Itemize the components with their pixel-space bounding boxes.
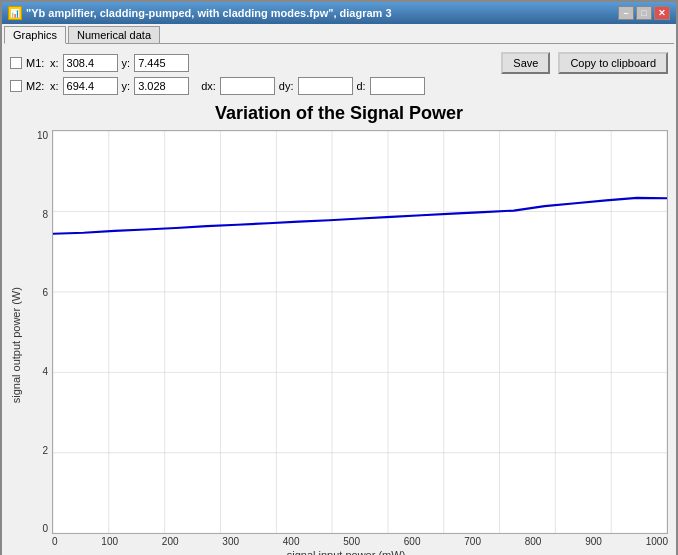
x-tick-300: 300 bbox=[222, 536, 239, 547]
copy-to-clipboard-button[interactable]: Copy to clipboard bbox=[558, 52, 668, 74]
x-tick-400: 400 bbox=[283, 536, 300, 547]
x-tick-800: 800 bbox=[525, 536, 542, 547]
marker1-label: M1: bbox=[26, 57, 46, 69]
y-tick-6: 6 bbox=[24, 287, 48, 298]
marker2-y-label: y: bbox=[122, 80, 131, 92]
chart-area: Variation of the Signal Power signal out… bbox=[4, 99, 674, 555]
window-content: Graphics Numerical data M1: x: y: Save C… bbox=[2, 24, 676, 555]
dy-input[interactable] bbox=[298, 77, 353, 95]
action-buttons: Save Copy to clipboard bbox=[501, 52, 668, 74]
y-tick-8: 8 bbox=[24, 209, 48, 220]
chart-wrapper: signal output power (W) 0 2 4 6 8 10 bbox=[10, 130, 668, 555]
title-bar-left: 📊 "Yb amplifier, cladding-pumped, with c… bbox=[8, 6, 392, 20]
y-tick-10: 10 bbox=[24, 130, 48, 141]
x-tick-600: 600 bbox=[404, 536, 421, 547]
marker1-y-label: y: bbox=[122, 57, 131, 69]
y-axis-label: signal output power (W) bbox=[10, 130, 22, 555]
x-tick-100: 100 bbox=[101, 536, 118, 547]
marker2-label: M2: bbox=[26, 80, 46, 92]
marker1-group: M1: x: y: bbox=[10, 54, 189, 72]
marker2-x-label: x: bbox=[50, 80, 59, 92]
x-ticks-container: 0 100 200 300 400 500 600 700 800 900 10… bbox=[24, 536, 668, 547]
signal-curve bbox=[53, 198, 667, 234]
marker2-y-input[interactable] bbox=[134, 77, 189, 95]
delta-group: dx: dy: d: bbox=[201, 77, 425, 95]
close-button[interactable]: ✕ bbox=[654, 6, 670, 20]
marker1-x-label: x: bbox=[50, 57, 59, 69]
x-tick-700: 700 bbox=[464, 536, 481, 547]
x-tick-500: 500 bbox=[343, 536, 360, 547]
x-tick-0: 0 bbox=[52, 536, 58, 547]
y-tick-2: 2 bbox=[24, 445, 48, 456]
y-tick-4: 4 bbox=[24, 366, 48, 377]
x-axis-label: signal input power (mW) bbox=[24, 549, 668, 555]
x-tick-200: 200 bbox=[162, 536, 179, 547]
dx-label: dx: bbox=[201, 80, 216, 92]
marker1-x-input[interactable] bbox=[63, 54, 118, 72]
d-label: d: bbox=[357, 80, 366, 92]
controls-row2: M2: x: y: dx: dy: d: bbox=[10, 77, 668, 95]
dx-input[interactable] bbox=[220, 77, 275, 95]
marker2-checkbox[interactable] bbox=[10, 80, 22, 92]
chart-plot bbox=[52, 130, 668, 534]
marker1-y-input[interactable] bbox=[134, 54, 189, 72]
window-controls: – □ ✕ bbox=[618, 6, 670, 20]
x-tick-900: 900 bbox=[585, 536, 602, 547]
title-bar: 📊 "Yb amplifier, cladding-pumped, with c… bbox=[2, 2, 676, 24]
dy-label: dy: bbox=[279, 80, 294, 92]
marker1-checkbox[interactable] bbox=[10, 57, 22, 69]
save-button[interactable]: Save bbox=[501, 52, 550, 74]
chart-inner: 0 2 4 6 8 10 bbox=[24, 130, 668, 555]
x-tick-1000: 1000 bbox=[646, 536, 668, 547]
main-window: 📊 "Yb amplifier, cladding-pumped, with c… bbox=[0, 0, 678, 555]
y-ticks-container: 0 2 4 6 8 10 bbox=[24, 130, 52, 534]
tab-numerical-data[interactable]: Numerical data bbox=[68, 26, 160, 43]
y-tick-0: 0 bbox=[24, 523, 48, 534]
maximize-button[interactable]: □ bbox=[636, 6, 652, 20]
window-title: "Yb amplifier, cladding-pumped, with cla… bbox=[26, 7, 392, 19]
chart-svg bbox=[52, 130, 668, 534]
marker2-group: M2: x: y: bbox=[10, 77, 189, 95]
d-input[interactable] bbox=[370, 77, 425, 95]
tab-graphics[interactable]: Graphics bbox=[4, 26, 66, 44]
minimize-button[interactable]: – bbox=[618, 6, 634, 20]
marker2-x-input[interactable] bbox=[63, 77, 118, 95]
chart-title: Variation of the Signal Power bbox=[10, 103, 668, 124]
chart-with-yticks: 0 2 4 6 8 10 bbox=[24, 130, 668, 534]
window-icon: 📊 bbox=[8, 6, 22, 20]
controls-row1: M1: x: y: Save Copy to clipboard bbox=[10, 52, 668, 74]
controls-panel: M1: x: y: Save Copy to clipboard M2: x: bbox=[4, 48, 674, 99]
tab-bar: Graphics Numerical data bbox=[4, 26, 674, 44]
